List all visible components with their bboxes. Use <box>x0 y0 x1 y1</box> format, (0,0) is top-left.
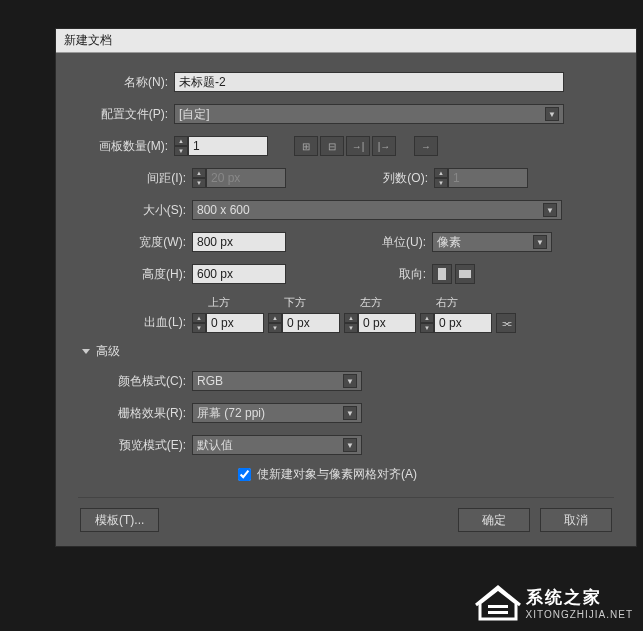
triangle-down-icon <box>82 349 90 354</box>
cols-input <box>448 168 528 188</box>
new-document-dialog: 新建文档 名称(N): 配置文件(P): [自定] ▼ 画板数量(M): ▲▼ … <box>55 28 637 547</box>
bleed-bottom-input[interactable] <box>282 313 340 333</box>
align-label: 使新建对象与像素网格对齐(A) <box>257 466 417 483</box>
divider <box>78 497 614 498</box>
bleed-right-input[interactable] <box>434 313 492 333</box>
preview-select[interactable]: 默认值 ▼ <box>192 435 362 455</box>
spin-up-icon[interactable]: ▲ <box>174 136 188 146</box>
name-label: 名称(N): <box>78 74 174 91</box>
profile-label: 配置文件(P): <box>78 106 174 123</box>
width-label: 宽度(W): <box>78 234 192 251</box>
colormode-select[interactable]: RGB ▼ <box>192 371 362 391</box>
width-input[interactable] <box>192 232 286 252</box>
size-label: 大小(S): <box>78 202 192 219</box>
chevron-down-icon: ▼ <box>343 406 357 420</box>
spin-down-icon: ▼ <box>192 178 206 188</box>
orientation-label: 取向: <box>394 266 432 283</box>
bleed-label: 出血(L): <box>78 314 192 333</box>
raster-label: 栅格效果(R): <box>78 405 192 422</box>
spin-down-icon: ▼ <box>434 178 448 188</box>
svg-rect-1 <box>488 611 508 614</box>
template-button[interactable]: 模板(T)... <box>80 508 159 532</box>
align-pixel-grid-checkbox[interactable]: 使新建对象与像素网格对齐(A) <box>238 466 614 483</box>
spin-up-icon: ▲ <box>434 168 448 178</box>
link-bleed-icon[interactable]: ⫘ <box>496 313 516 333</box>
raster-select[interactable]: 屏幕 (72 ppi) ▼ <box>192 403 362 423</box>
chevron-down-icon: ▼ <box>545 107 559 121</box>
advanced-section-toggle[interactable]: 高级 <box>82 343 614 360</box>
spacing-label: 间距(I): <box>78 170 192 187</box>
unit-label: 单位(U): <box>372 234 432 251</box>
preview-value: 默认值 <box>197 437 233 454</box>
dialog-title: 新建文档 <box>64 32 112 49</box>
align-checkbox-input[interactable] <box>238 468 251 481</box>
bleed-bottom-spinner[interactable]: ▲▼ <box>268 313 340 333</box>
watermark: 系统之家 XITONGZHIJIA.NET <box>474 583 634 623</box>
chevron-down-icon: ▼ <box>543 203 557 217</box>
artboard-count-input[interactable] <box>188 136 268 156</box>
height-input[interactable] <box>192 264 286 284</box>
artboard-count-label: 画板数量(M): <box>78 138 174 155</box>
cols-label: 列数(O): <box>374 170 434 187</box>
unit-select[interactable]: 像素 ▼ <box>432 232 552 252</box>
bleed-bottom-header: 下方 <box>268 295 340 310</box>
watermark-title: 系统之家 <box>526 586 634 609</box>
cancel-button[interactable]: 取消 <box>540 508 612 532</box>
ok-button[interactable]: 确定 <box>458 508 530 532</box>
bleed-right-header: 右方 <box>420 295 492 310</box>
grid-by-row-icon[interactable]: ⊞ <box>294 136 318 156</box>
chevron-down-icon: ▼ <box>343 438 357 452</box>
spin-down-icon[interactable]: ▼ <box>174 146 188 156</box>
colormode-value: RGB <box>197 374 223 388</box>
bleed-top-spinner[interactable]: ▲▼ <box>192 313 264 333</box>
height-label: 高度(H): <box>78 266 192 283</box>
spacing-spinner: ▲▼ <box>192 168 286 188</box>
bleed-top-header: 上方 <box>192 295 264 310</box>
cols-spinner: ▲▼ <box>434 168 528 188</box>
advanced-label: 高级 <box>96 343 120 360</box>
spacing-input <box>206 168 286 188</box>
profile-value: [自定] <box>179 106 210 123</box>
grid-by-col-icon[interactable]: ⊟ <box>320 136 344 156</box>
spin-up-icon: ▲ <box>192 168 206 178</box>
bleed-left-input[interactable] <box>358 313 416 333</box>
arrange-right-icon[interactable]: →| <box>346 136 370 156</box>
dialog-titlebar[interactable]: 新建文档 <box>56 29 636 53</box>
bleed-left-spinner[interactable]: ▲▼ <box>344 313 416 333</box>
house-logo-icon <box>474 583 522 623</box>
bleed-left-header: 左方 <box>344 295 416 310</box>
svg-rect-0 <box>488 605 508 608</box>
watermark-url: XITONGZHIJIA.NET <box>526 609 634 620</box>
arrange-down-icon[interactable]: |→ <box>372 136 396 156</box>
colormode-label: 颜色模式(C): <box>78 373 192 390</box>
orientation-landscape-button[interactable] <box>455 264 475 284</box>
profile-select[interactable]: [自定] ▼ <box>174 104 564 124</box>
bleed-right-spinner[interactable]: ▲▼ <box>420 313 492 333</box>
dialog-content: 名称(N): 配置文件(P): [自定] ▼ 画板数量(M): ▲▼ ⊞ ⊟ →… <box>56 53 636 546</box>
size-select[interactable]: 800 x 600 ▼ <box>192 200 562 220</box>
size-value: 800 x 600 <box>197 203 250 217</box>
artboard-count-spinner[interactable]: ▲▼ <box>174 136 268 156</box>
chevron-down-icon: ▼ <box>533 235 547 249</box>
preview-label: 预览模式(E): <box>78 437 192 454</box>
name-input[interactable] <box>174 72 564 92</box>
unit-value: 像素 <box>437 234 461 251</box>
orientation-portrait-button[interactable] <box>432 264 452 284</box>
arrange-single-icon[interactable]: → <box>414 136 438 156</box>
chevron-down-icon: ▼ <box>343 374 357 388</box>
raster-value: 屏幕 (72 ppi) <box>197 405 265 422</box>
bleed-top-input[interactable] <box>206 313 264 333</box>
